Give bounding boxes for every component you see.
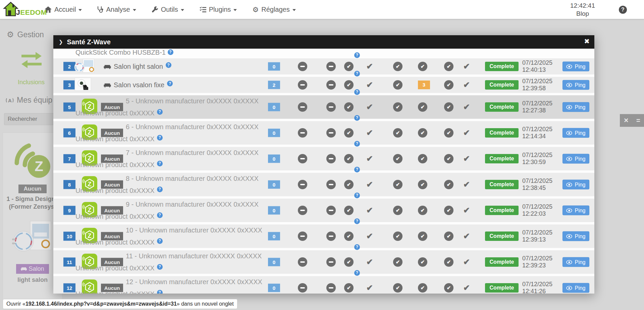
- question-icon[interactable]: ?: [157, 135, 163, 141]
- menu-label: Analyse: [106, 6, 130, 13]
- check-icon: ✔: [463, 62, 470, 71]
- node-id-badge: 12: [63, 283, 75, 293]
- svg-text:Z: Z: [88, 284, 92, 291]
- check-circle-icon: ✔: [344, 206, 354, 215]
- clock: 12:42:41: [570, 2, 595, 9]
- question-icon[interactable]: ?: [354, 270, 360, 276]
- menu-plugins[interactable]: Plugins: [200, 6, 237, 13]
- last-seen-date: 07/12/202512:14:34: [522, 126, 552, 140]
- check-icon: ✔: [463, 180, 470, 189]
- question-icon[interactable]: ?: [157, 161, 163, 166]
- help-icon[interactable]: ?: [619, 6, 627, 14]
- ping-button[interactable]: Ping: [562, 154, 589, 164]
- question-icon[interactable]: ?: [354, 193, 360, 198]
- device-name: 10 - Unknown manufacturer 0xXXXX 0xXXXX …: [126, 226, 262, 234]
- question-icon[interactable]: ?: [168, 49, 173, 55]
- question-icon[interactable]: ?: [354, 167, 360, 172]
- question-icon[interactable]: ?: [166, 62, 171, 68]
- status-badge: Complete: [485, 180, 519, 189]
- ping-button[interactable]: Ping: [562, 102, 589, 112]
- check-circle-icon: ✔: [444, 206, 453, 215]
- check-circle-icon: ✔: [393, 128, 402, 138]
- device-image: [74, 58, 96, 74]
- table-row[interactable]: 7 Z: [53, 147, 594, 170]
- ping-button[interactable]: Ping: [562, 62, 589, 71]
- menu-label: Réglages: [261, 6, 290, 13]
- ping-button[interactable]: Ping: [562, 231, 589, 241]
- status-badge: Complete: [485, 80, 519, 90]
- node-id-badge: 8: [63, 180, 75, 189]
- eye-icon: [566, 131, 572, 135]
- eye-icon: [566, 83, 572, 87]
- sofa-icon: [104, 83, 111, 87]
- menu-accueil[interactable]: Accueil: [45, 6, 82, 13]
- table-row[interactable]: 10 Z: [53, 224, 594, 248]
- question-icon[interactable]: ?: [354, 115, 360, 121]
- check-circle-icon: ✔: [444, 80, 453, 90]
- ping-button[interactable]: Ping: [562, 180, 589, 190]
- check-circle-icon: ✔: [393, 180, 402, 189]
- svg-text:Z: Z: [88, 181, 92, 188]
- jeedom-logo[interactable]: JEEDOM: [3, 2, 39, 17]
- menu-label: Accueil: [54, 6, 76, 13]
- check-circle-icon: ✔: [418, 283, 427, 293]
- main-menu: Accueil Analyse Outils: [45, 6, 296, 13]
- menu-label: Plugins: [209, 6, 231, 13]
- check-circle-icon: ✔: [393, 206, 402, 215]
- eye-icon: [566, 286, 572, 290]
- device-name: 5 - Unknown manufacturer 0xXXXX 0xXXXX ?: [126, 97, 259, 105]
- username[interactable]: Blop: [570, 10, 595, 17]
- question-icon[interactable]: ?: [354, 52, 360, 58]
- table-row[interactable]: 8 Z: [53, 173, 594, 196]
- table-row[interactable]: 2 Z: [53, 58, 594, 74]
- check-circle-icon: ✔: [444, 62, 453, 71]
- device-product-line: Unknown product 0xXXXX ?: [75, 161, 163, 169]
- check-circle-icon: ✔: [344, 283, 354, 293]
- table-row[interactable]: 6 Z: [53, 121, 594, 145]
- ping-button[interactable]: Ping: [562, 80, 589, 90]
- ping-button[interactable]: Ping: [562, 206, 589, 215]
- question-icon[interactable]: ?: [354, 218, 360, 224]
- status-badge: Complete: [485, 128, 519, 138]
- ping-button[interactable]: Ping: [562, 283, 589, 293]
- menu-reglages[interactable]: ⚙ Réglages: [252, 6, 296, 13]
- table-row[interactable]: 11 Z: [53, 250, 594, 274]
- question-icon[interactable]: ?: [354, 89, 360, 95]
- close-icon[interactable]: ✖: [584, 38, 590, 45]
- question-icon[interactable]: ?: [157, 109, 163, 115]
- minus-circle-icon: [298, 283, 307, 293]
- question-icon[interactable]: ?: [354, 244, 360, 250]
- device-name: 9 - Unknown manufacturer 0xXXXX 0xXXXX ?: [126, 201, 259, 208]
- question-icon[interactable]: ?: [157, 264, 163, 270]
- top-navbar: JEEDOM Accueil Analyse Outils: [0, 0, 644, 19]
- status-badge: Complete: [485, 206, 519, 215]
- table-row[interactable]: 9 Z: [53, 199, 594, 222]
- modal-header[interactable]: ❯ Santé Z-Wave ✖: [53, 35, 594, 49]
- check-circle-icon: ✔: [344, 128, 354, 138]
- menu-outils[interactable]: Outils: [152, 6, 184, 13]
- eye-icon: [566, 208, 572, 212]
- navbar-user-area: 12:42:41 Blop: [570, 2, 595, 17]
- device-name: Salon light salon ?: [104, 63, 171, 70]
- menu-analyse[interactable]: Analyse: [97, 6, 136, 13]
- question-icon[interactable]: ?: [354, 71, 360, 76]
- check-circle-icon: ✔: [418, 180, 427, 189]
- question-icon[interactable]: ?: [354, 141, 360, 147]
- check-circle-icon: ✔: [393, 231, 402, 241]
- ping-button[interactable]: Ping: [562, 128, 589, 138]
- count-badge: 0: [268, 155, 280, 163]
- check-icon: ✔: [366, 231, 373, 241]
- ping-button[interactable]: Ping: [562, 257, 589, 267]
- device-product-line: Unknown product 0xXXXX ?: [75, 213, 163, 220]
- table-row[interactable]: 12 Z: [53, 276, 594, 294]
- question-icon[interactable]: ?: [167, 81, 173, 87]
- svg-text:Z: Z: [88, 232, 92, 239]
- question-icon[interactable]: ?: [157, 238, 163, 244]
- check-circle-icon: ✔: [393, 62, 402, 71]
- question-icon[interactable]: ?: [157, 212, 163, 218]
- check-icon: ✔: [366, 206, 373, 215]
- table-row[interactable]: 3 Z: [53, 77, 594, 93]
- question-icon[interactable]: ?: [157, 187, 163, 192]
- table-row[interactable]: 5 Z: [53, 95, 594, 119]
- question-icon[interactable]: ?: [157, 290, 163, 294]
